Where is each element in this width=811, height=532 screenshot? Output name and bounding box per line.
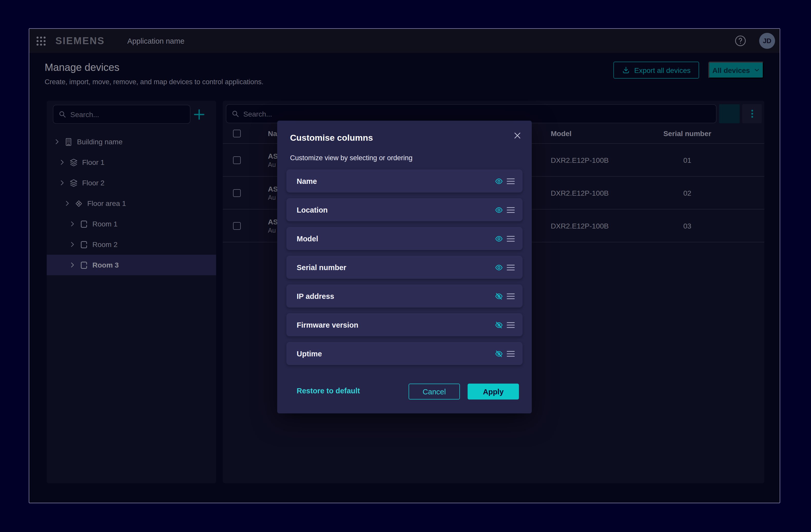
apply-button[interactable]: Apply [468,384,519,399]
visibility-toggle-icon[interactable] [494,321,504,329]
column-card[interactable]: IP address [287,285,522,308]
customise-columns-dialog: Customise columns Customize view by sele… [277,121,532,413]
cancel-button[interactable]: Cancel [409,384,460,399]
column-label: Name [297,177,494,185]
visibility-toggle-icon[interactable] [494,177,504,185]
column-label: Firmware version [297,321,494,329]
drag-handle-icon[interactable] [506,178,515,185]
column-label: Uptime [297,349,494,358]
close-icon[interactable] [513,132,521,140]
column-card[interactable]: Location [287,198,522,221]
column-card[interactable]: Uptime [287,342,522,365]
visibility-toggle-icon[interactable] [494,206,504,214]
column-card[interactable]: Serial number [287,256,522,279]
visibility-toggle-icon[interactable] [494,292,504,300]
column-label: Model [297,234,494,243]
column-label: IP address [297,292,494,300]
column-label: Serial number [297,263,494,271]
dialog-subtitle: Customize view by selecting or ordering [290,154,412,162]
drag-handle-icon[interactable] [506,264,515,271]
drag-handle-icon[interactable] [506,350,515,357]
column-list: Name Location Model Serial number [287,169,522,371]
drag-handle-icon[interactable] [506,235,515,242]
column-card[interactable]: Model [287,227,522,250]
drag-handle-icon[interactable] [506,206,515,213]
visibility-toggle-icon[interactable] [494,263,504,271]
column-card[interactable]: Name [287,169,522,193]
visibility-toggle-icon[interactable] [494,349,504,358]
dialog-title: Customise columns [290,133,373,143]
drag-handle-icon[interactable] [506,292,515,300]
visibility-toggle-icon[interactable] [494,234,504,243]
restore-default-link[interactable]: Restore to default [297,387,360,395]
column-card[interactable]: Firmware version [287,313,522,336]
page: SIEMENS Application name JD Manage devic… [0,0,811,532]
drag-handle-icon[interactable] [506,321,515,329]
column-label: Location [297,206,494,214]
app-window: SIEMENS Application name JD Manage devic… [29,28,780,503]
